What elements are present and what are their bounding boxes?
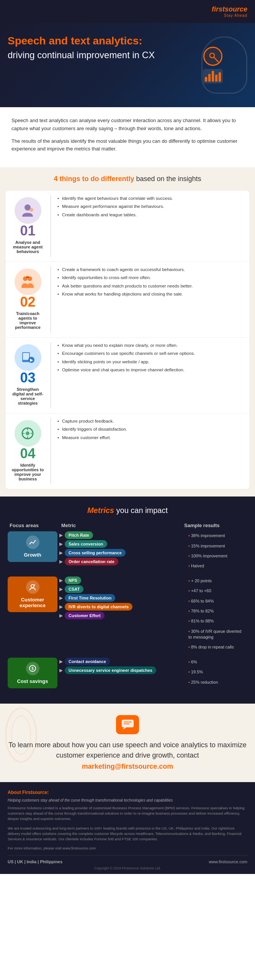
- thing-2-label: Train/coach agents to improve performanc…: [11, 311, 44, 330]
- growth-results: 38% improvement 15% improvement 100% imp…: [186, 531, 247, 571]
- agent-icon: [19, 202, 36, 219]
- footer-website: www.firstsource.com: [209, 859, 247, 864]
- list-item: Ask better questions and match products …: [57, 283, 244, 289]
- list-item: Capture product feedback.: [57, 418, 244, 425]
- digital-icon: ▶: [19, 349, 36, 366]
- growth-text: Growth: [24, 552, 41, 558]
- hero-image: [178, 34, 247, 96]
- metric-row: ▶ Unnecessary service engineer dispatche…: [59, 666, 184, 674]
- metrics-title: Metrics you can impact: [8, 506, 247, 515]
- metrics-title-highlight: Metrics: [87, 506, 114, 514]
- metric-pill: Order cancellation rate: [65, 558, 118, 565]
- metric-row: ▶ IVR diverts to digital channels: [59, 603, 184, 611]
- result-item: 81% to 88%: [186, 617, 247, 626]
- footer: About Firstsource: Helping customers sta…: [0, 782, 255, 874]
- svg-marker-27: [123, 727, 126, 730]
- metric-pill: CSAT: [65, 585, 83, 593]
- logo-area: firstsource Stay Ahead: [212, 5, 247, 18]
- metrics-group-cost: $ Cost savings ▶ Contact avoidance ▶ Unn…: [8, 658, 247, 688]
- intro-paragraph-1: Speech and text analytics can analyse ev…: [11, 117, 244, 133]
- metrics-section: Metrics you can impact Focus areas Metri…: [0, 497, 255, 704]
- thing-1-icon: [15, 197, 41, 224]
- arrow-icon: ▶: [59, 668, 63, 673]
- thing-2-bullets: Create a framework to coach agents on su…: [57, 266, 244, 333]
- bar-1: [205, 77, 207, 82]
- logo-tagline: Stay Ahead: [224, 13, 247, 18]
- intro-paragraph-2: The results of the analysis identify the…: [11, 137, 244, 154]
- cta-section: To learn more about how you can use spee…: [0, 704, 255, 782]
- cx-icon: [26, 580, 39, 594]
- col-header-results: Sample results: [184, 523, 245, 528]
- footer-bottom: US | UK | India | Philippines www.firsts…: [8, 855, 247, 864]
- hero-icons: [203, 47, 223, 83]
- thing-4-left: 04 Identify opportunities to improve you…: [11, 418, 44, 484]
- thing-4-divider: [51, 418, 51, 484]
- thing-3-icon: ▶: [15, 344, 41, 371]
- cx-svg: [28, 583, 37, 591]
- list-item: Optimise voice and chat queues to improv…: [57, 367, 244, 373]
- thing-2-divider: [51, 266, 51, 333]
- thing-4-icon: [15, 420, 41, 447]
- metric-row: ▶ Customer Effort: [59, 612, 184, 619]
- result-item: 38% improvement: [186, 531, 247, 540]
- metric-pill: Sales conversion: [65, 540, 107, 548]
- thing-1-label: Analyse and measure agent behaviours: [11, 240, 44, 254]
- metric-pill: NPS: [65, 577, 81, 584]
- list-item: Create dashboards and league tables.: [57, 212, 244, 218]
- list-item: Know what you need to explain more clear…: [57, 342, 244, 349]
- metrics-group-growth: Growth ▶ Pitch Rate ▶ Sales conversion ▶…: [8, 531, 247, 571]
- arrow-icon: ▶: [59, 541, 63, 547]
- list-item: Identify triggers of dissatisfaction.: [57, 426, 244, 433]
- metric-row: ▶ Sales conversion: [59, 540, 184, 548]
- thing-item-4: 04 Identify opportunities to improve you…: [6, 413, 249, 489]
- chat-svg: [121, 719, 134, 730]
- result-item: 78% to 82%: [186, 607, 247, 616]
- metric-pill: Customer Effort: [65, 612, 105, 619]
- growth-row: Growth ▶ Pitch Rate ▶ Sales conversion ▶…: [8, 531, 247, 571]
- thing-1-left: 01 Analyse and measure agent behaviours: [11, 195, 44, 257]
- four-things-title: 4 things to do differently based on the …: [0, 175, 255, 183]
- cx-results: + 20 points +47 to +60 66% to 84% 78% to…: [186, 577, 247, 652]
- arrow-icon: ▶: [59, 659, 63, 664]
- metrics-title-normal: you can impact: [116, 506, 168, 514]
- cost-results: 6% 19.5% 25% reduction: [186, 658, 247, 687]
- bar-4: [215, 75, 217, 82]
- footer-tagline: Helping customers stay ahead of the curv…: [8, 798, 247, 802]
- metric-row: ▶ Cross selling performance: [59, 549, 184, 557]
- thing-4-bullets: Capture product feedback. Identify trigg…: [57, 418, 244, 484]
- svg-text:$: $: [31, 666, 34, 671]
- col-header-focus: Focus areas: [10, 523, 59, 528]
- footer-website-note: For more information, please visit www.f…: [8, 846, 247, 851]
- footer-body-2: We are trusted outsourcing and long-term…: [8, 826, 247, 842]
- metric-pill: Unnecessary service engineer dispatches: [65, 666, 156, 674]
- result-item: 66% to 84%: [186, 597, 247, 606]
- footer-countries: US | UK | India | Philippines: [8, 859, 62, 864]
- metric-row: ▶ CSAT: [59, 585, 184, 593]
- growth-label: Growth: [8, 531, 57, 562]
- thing-2-icon: [15, 268, 41, 295]
- magnifier-svg: [209, 52, 217, 60]
- result-item: 19.5%: [186, 668, 247, 676]
- svg-point-3: [29, 208, 33, 212]
- svg-text:▶: ▶: [30, 358, 33, 362]
- hero-text: Speech and text analytics: driving conti…: [8, 34, 178, 61]
- svg-point-12: [26, 431, 29, 435]
- svg-rect-6: [26, 276, 29, 278]
- thing-1-number: 01: [20, 224, 35, 238]
- hero-title-highlight: Speech and text analytics:: [8, 34, 178, 47]
- metric-pill: Pitch Rate: [65, 531, 93, 539]
- chat-icon: [116, 715, 139, 734]
- growth-icon: [26, 536, 39, 549]
- cta-email[interactable]: marketing@firstsource.com: [8, 763, 247, 771]
- thing-3-left: ▶ 03 Strengthen digital and self-service…: [11, 342, 44, 408]
- arrow-icon: ▶: [59, 550, 63, 555]
- four-things-section: 4 things to do differently based on the …: [0, 167, 255, 497]
- bar-2: [208, 74, 211, 82]
- arrow-icon: ▶: [59, 604, 63, 609]
- four-things-title-highlight: 4 things to do differently: [54, 175, 134, 183]
- list-item: Identify sticking points on your website…: [57, 359, 244, 365]
- cx-label: Customer experience: [8, 577, 57, 612]
- cost-svg: $: [28, 664, 37, 673]
- thing-1-bullets: Identify the agent behaviours that corre…: [57, 195, 244, 257]
- svg-point-19: [34, 584, 35, 586]
